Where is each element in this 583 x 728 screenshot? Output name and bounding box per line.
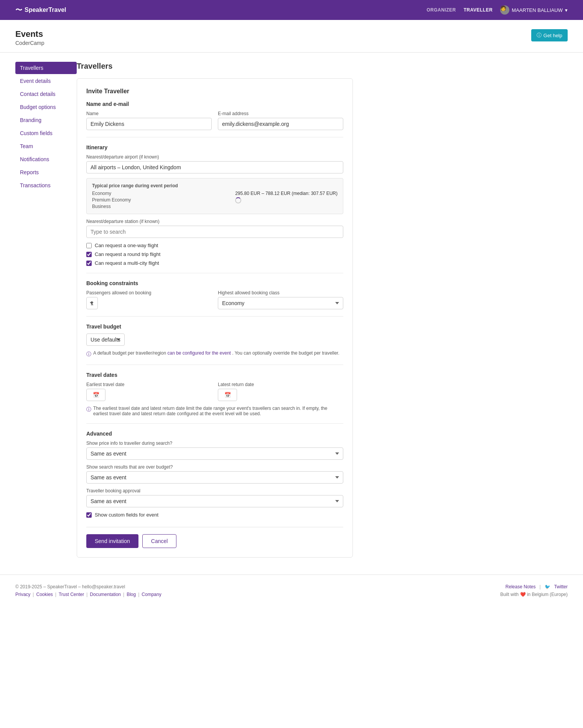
sidebar-label-team: Team xyxy=(20,143,33,149)
footer-link-privacy[interactable]: Privacy xyxy=(15,592,30,597)
footer-link-blog[interactable]: Blog xyxy=(127,592,136,597)
sidebar-label-budget-options: Budget options xyxy=(20,104,56,110)
sidebar-item-branding[interactable]: Branding xyxy=(15,114,77,126)
passengers-label: Passengers allowed on booking xyxy=(86,290,212,295)
itinerary-section-title: Itinerary xyxy=(86,144,343,150)
footer-link-documentation[interactable]: Documentation xyxy=(90,592,121,597)
custom-fields-label: Show custom fields for event xyxy=(95,512,158,518)
over-budget-select[interactable]: Same as eventYesNo xyxy=(86,471,343,484)
main-panel: Travellers Invite Traveller Name and e-m… xyxy=(77,62,568,558)
show-price-group: Show price info to traveller during sear… xyxy=(86,441,343,460)
latest-date-label: Latest return date xyxy=(218,382,343,387)
sidebar-label-contact-details: Contact details xyxy=(20,91,56,97)
advanced-section-title: Advanced xyxy=(86,431,343,437)
invite-traveller-card: Invite Traveller Name and e-mail Name E-… xyxy=(77,78,353,558)
info-icon: ⓘ xyxy=(86,351,91,358)
name-input[interactable] xyxy=(86,118,212,130)
price-info-title: Typical price range during event period xyxy=(92,183,338,188)
earliest-date-label: Earliest travel date xyxy=(86,382,212,387)
sep-4: | xyxy=(123,592,124,597)
show-price-select[interactable]: Same as eventYesNo xyxy=(86,447,343,460)
header-nav: ORGANIZER TRAVELLER 🧑 MAARTEN BALLIAUW ▾ xyxy=(427,5,568,15)
budget-info-pre: A default budget per traveller/region xyxy=(93,350,166,356)
budget-info-text: A default budget per traveller/region ca… xyxy=(93,350,339,356)
footer-nav-links: Privacy | Cookies | Trust Center | Docum… xyxy=(15,592,161,597)
footer-link-cookies[interactable]: Cookies xyxy=(36,592,53,597)
price-class-economy: Economy xyxy=(92,191,131,196)
nav-organizer[interactable]: ORGANIZER xyxy=(427,7,456,13)
email-label: E-mail address xyxy=(218,111,343,116)
page-subtitle: CoderCamp xyxy=(15,40,44,46)
header: 〜 SpeakerTravel ORGANIZER TRAVELLER 🧑 MA… xyxy=(0,0,583,20)
class-select[interactable]: EconomyPremium EconomyBusinessFirst xyxy=(218,297,343,309)
earliest-date-group: Earliest travel date 📅 xyxy=(86,382,212,401)
sidebar-item-budget-options[interactable]: Budget options xyxy=(15,101,77,113)
send-invitation-button[interactable]: Send invitation xyxy=(86,534,138,548)
passengers-select-wrapper: 12345 xyxy=(86,297,212,309)
release-notes-link[interactable]: Release Notes xyxy=(506,584,536,589)
sidebar-item-reports[interactable]: Reports xyxy=(15,166,77,178)
dates-info-icon: ⓘ xyxy=(86,406,91,413)
email-input[interactable] xyxy=(218,118,343,130)
page-title: Events xyxy=(15,29,44,39)
station-input[interactable] xyxy=(86,226,343,238)
sidebar-label-custom-fields: Custom fields xyxy=(20,130,53,136)
footer-divider-1: | xyxy=(540,584,541,589)
budget-configure-link[interactable]: can be configured for the event xyxy=(167,350,231,356)
passengers-select[interactable]: 12345 xyxy=(86,297,98,309)
footer: © 2019-2025 – SpeakerTravel – hello@spea… xyxy=(0,574,583,606)
sep-3: | xyxy=(86,592,87,597)
user-menu[interactable]: 🧑 MAARTEN BALLIAUW ▾ xyxy=(500,5,568,15)
airport-input[interactable] xyxy=(86,161,343,173)
sidebar-item-notifications[interactable]: Notifications xyxy=(15,153,77,165)
one-way-checkbox[interactable] xyxy=(86,243,92,248)
custom-fields-checkbox[interactable] xyxy=(86,512,92,518)
budget-info-post: . You can optionally override the budget… xyxy=(232,350,339,356)
multi-city-row: Can request a multi-city flight xyxy=(86,260,343,266)
price-info-box: Typical price range during event period … xyxy=(86,178,343,214)
approval-select-wrapper: Same as eventRequiredNot required xyxy=(86,495,343,507)
price-class-business: Business xyxy=(92,204,131,209)
sidebar-label-event-details: Event details xyxy=(20,78,51,84)
class-group: Highest allowed booking class EconomyPre… xyxy=(218,290,343,309)
booking-row: Passengers allowed on booking 12345 High… xyxy=(86,290,343,309)
budget-select[interactable]: Use defaultsCustom xyxy=(86,333,125,346)
budget-section-title: Travel budget xyxy=(86,324,343,330)
multi-city-checkbox[interactable] xyxy=(86,261,92,266)
get-help-button[interactable]: ⓘ Get help xyxy=(531,29,568,41)
approval-group: Traveller booking approval Same as event… xyxy=(86,488,343,507)
nav-traveller[interactable]: TRAVELLER xyxy=(464,7,493,13)
logo-icon: 〜 xyxy=(15,5,22,15)
logo-text: SpeakerTravel xyxy=(25,7,66,13)
email-group: E-mail address xyxy=(218,111,343,130)
footer-bottom: Privacy | Cookies | Trust Center | Docum… xyxy=(15,592,568,597)
class-select-wrapper: EconomyPremium EconomyBusinessFirst xyxy=(218,297,343,309)
station-group: Nearest/departure station (if known) xyxy=(86,219,343,238)
circle-info-icon: ⓘ xyxy=(537,32,542,39)
sidebar-item-transactions[interactable]: Transactions xyxy=(15,179,77,191)
latest-date-button[interactable]: 📅 xyxy=(218,389,237,401)
twitter-link[interactable]: Twitter xyxy=(554,584,568,589)
footer-copy: © 2019-2025 – SpeakerTravel – hello@spea… xyxy=(15,584,125,589)
heart-icon: ❤️ xyxy=(520,592,527,597)
sidebar-item-custom-fields[interactable]: Custom fields xyxy=(15,127,77,139)
built-suffix: in Belgium (Europe) xyxy=(527,592,568,597)
dates-info-text: The earliest travel date and latest retu… xyxy=(93,406,343,416)
travel-dates-title: Travel dates xyxy=(86,372,343,378)
approval-select[interactable]: Same as eventRequiredNot required xyxy=(86,495,343,507)
dates-info: ⓘ The earliest travel date and latest re… xyxy=(86,406,343,416)
sidebar-item-team[interactable]: Team xyxy=(15,140,77,152)
over-budget-group: Show search results that are over budget… xyxy=(86,464,343,484)
sidebar-item-travellers[interactable]: Travellers xyxy=(15,62,77,74)
earliest-date-button[interactable]: 📅 xyxy=(86,389,105,401)
sidebar-item-event-details[interactable]: Event details xyxy=(15,75,77,87)
action-bar: Send invitation Cancel xyxy=(86,527,343,548)
cancel-button[interactable]: Cancel xyxy=(142,534,177,548)
round-trip-checkbox[interactable] xyxy=(86,252,92,257)
footer-link-trust-center[interactable]: Trust Center xyxy=(59,592,84,597)
sidebar-item-contact-details[interactable]: Contact details xyxy=(15,88,77,100)
footer-link-company[interactable]: Company xyxy=(142,592,161,597)
price-class-premium: Premium Economy xyxy=(92,197,131,203)
name-email-section-title: Name and e-mail xyxy=(86,101,343,107)
one-way-label: Can request a one-way flight xyxy=(95,243,158,248)
